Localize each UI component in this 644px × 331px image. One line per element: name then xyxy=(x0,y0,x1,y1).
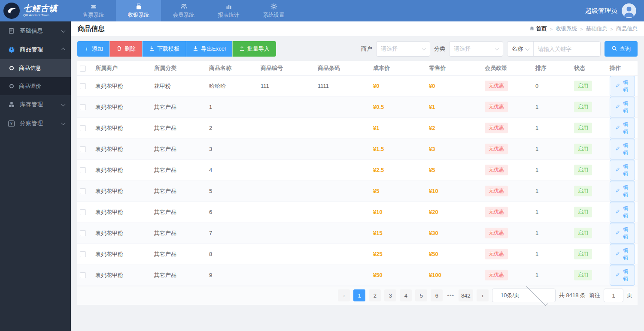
cell-retail-price: ¥1 xyxy=(426,96,482,117)
policy-badge: 无优惠 xyxy=(485,123,508,133)
cell-sort: 1 xyxy=(533,96,571,117)
edit-button[interactable]: 编辑 xyxy=(610,202,635,223)
page-button-3[interactable]: 3 xyxy=(384,289,396,301)
cell-sort: 0 xyxy=(533,75,571,96)
page-button-2[interactable]: 2 xyxy=(369,289,381,301)
row-checkbox[interactable] xyxy=(80,188,86,194)
nav-member-system[interactable]: 会员系统 xyxy=(161,0,206,21)
edit-button[interactable]: 编辑 xyxy=(610,118,635,138)
cell-category: 花甲粉 xyxy=(152,75,207,96)
row-checkbox[interactable] xyxy=(80,146,86,152)
edit-button[interactable]: 编辑 xyxy=(610,160,635,181)
cell-retail-price: ¥100 xyxy=(426,265,482,286)
search-button[interactable]: 查询 xyxy=(605,41,638,57)
sidebar-item-ledger-management[interactable]: ¥ 分账管理 xyxy=(0,114,71,133)
cell-barcode xyxy=(315,96,371,117)
row-checkbox[interactable] xyxy=(80,251,86,257)
cell-retail-price: ¥3 xyxy=(426,138,482,159)
cell-retail-price: ¥10 xyxy=(426,181,482,202)
sidebar-item-product-management[interactable]: 商品管理 xyxy=(0,40,71,59)
chevron-down-icon xyxy=(526,284,548,306)
members-icon xyxy=(180,3,188,10)
pencil-icon xyxy=(615,230,620,236)
policy-badge: 无优惠 xyxy=(485,207,508,217)
prev-page-button[interactable]: ‹ xyxy=(338,289,350,301)
nav-cashier-system[interactable]: 收银系统 xyxy=(116,0,161,21)
row-checkbox[interactable] xyxy=(80,272,86,278)
edit-button[interactable]: 编辑 xyxy=(610,223,635,244)
edit-button[interactable]: 编辑 xyxy=(610,139,635,159)
edit-button[interactable]: 编辑 xyxy=(610,244,635,265)
chevron-down-icon xyxy=(61,121,66,125)
edit-button[interactable]: 编辑 xyxy=(610,97,635,117)
cell-sort: 1 xyxy=(533,202,571,223)
cell-product-name: 哈哈哈 xyxy=(207,75,258,96)
select-all-checkbox[interactable] xyxy=(80,66,86,72)
cell-merchant: 袁妈花甲粉 xyxy=(93,223,152,244)
row-checkbox[interactable] xyxy=(80,167,86,173)
merchant-filter-label: 商户 xyxy=(361,45,372,53)
category-select[interactable]: 请选择 xyxy=(449,41,503,57)
row-checkbox[interactable] xyxy=(80,104,86,110)
col-sort: 排序 xyxy=(533,61,571,75)
cell-merchant: 袁妈花甲粉 xyxy=(93,117,152,138)
cashier-icon xyxy=(135,3,143,10)
page-size-select[interactable]: 10条/页 xyxy=(492,289,556,302)
page-button-5[interactable]: 5 xyxy=(415,289,427,301)
cell-retail-price: ¥2 xyxy=(426,117,482,138)
merchant-select[interactable]: 请选择 xyxy=(376,41,430,57)
table-row: 袁妈花甲粉 其它产品 5 ¥5 ¥10 无优惠 1 启用 编辑 xyxy=(77,181,638,202)
edit-button[interactable]: 编辑 xyxy=(610,76,635,96)
breadcrumb-item[interactable]: 收银系统 xyxy=(556,25,577,33)
sidebar-item-product-price-adjust[interactable]: 商品调价 xyxy=(0,77,71,95)
sidebar-item-basic-info[interactable]: 基础信息 xyxy=(0,21,71,40)
page-button-4[interactable]: 4 xyxy=(400,289,412,301)
cell-merchant: 袁妈花甲粉 xyxy=(93,96,152,117)
cell-category: 其它产品 xyxy=(152,138,207,159)
add-button[interactable]: ＋ 添加 xyxy=(77,41,109,57)
page-button-1[interactable]: 1 xyxy=(353,289,365,301)
page-button-6[interactable]: 6 xyxy=(431,289,443,301)
status-badge: 启用 xyxy=(574,123,592,133)
nav-ticket-system[interactable]: 售票系统 xyxy=(71,0,116,21)
policy-badge: 无优惠 xyxy=(485,81,508,91)
nav-report-statistics[interactable]: 报表统计 xyxy=(206,0,251,21)
cell-category: 其它产品 xyxy=(152,202,207,223)
download-template-button[interactable]: 下载模板 xyxy=(142,41,186,57)
toolbar: ＋ 添加 删除 下载模板 导出Excel xyxy=(77,41,638,57)
batch-import-button[interactable]: 批量导入 xyxy=(232,41,276,57)
document-icon xyxy=(8,27,15,34)
breadcrumb-item[interactable]: 基础信息 xyxy=(586,25,608,33)
sidebar-item-inventory-management[interactable]: 库存管理 xyxy=(0,95,71,114)
cell-barcode xyxy=(315,202,371,223)
chevron-down-icon xyxy=(526,46,530,51)
export-excel-button[interactable]: 导出Excel xyxy=(186,41,232,57)
cell-barcode xyxy=(315,159,371,181)
name-field-select[interactable]: 名称 xyxy=(507,42,534,56)
status-badge: 启用 xyxy=(574,228,592,238)
row-checkbox[interactable] xyxy=(80,83,86,89)
sidebar-item-product-info[interactable]: 商品信息 xyxy=(0,59,71,77)
cell-product-name: 5 xyxy=(207,181,258,202)
row-checkbox[interactable] xyxy=(80,230,86,236)
page-ellipsis[interactable]: ••• xyxy=(446,292,455,299)
user-menu[interactable]: 超级管理员 xyxy=(585,0,644,21)
nav-system-settings[interactable]: 系统设置 xyxy=(251,0,296,21)
edit-button[interactable]: 编辑 xyxy=(610,181,635,202)
goto-page-input[interactable] xyxy=(604,289,623,302)
row-checkbox[interactable] xyxy=(80,125,86,131)
breadcrumb-home[interactable]: 首页 xyxy=(529,25,547,33)
cell-barcode xyxy=(315,117,371,138)
status-badge: 启用 xyxy=(574,102,592,112)
cell-barcode: 1111 xyxy=(315,75,371,96)
page-button-842[interactable]: 842 xyxy=(459,289,473,301)
gear-icon xyxy=(270,3,278,10)
next-page-button[interactable]: › xyxy=(477,289,489,301)
keyword-input[interactable] xyxy=(534,42,600,56)
delete-button[interactable]: 删除 xyxy=(109,41,142,57)
row-checkbox[interactable] xyxy=(80,209,86,215)
col-status: 状态 xyxy=(571,61,607,75)
title-bar: 商品信息 首页 > 收银系统 > 基础信息 > 商品信息 xyxy=(71,21,644,37)
edit-button[interactable]: 编辑 xyxy=(610,265,635,286)
cell-sort: 1 xyxy=(533,223,571,244)
